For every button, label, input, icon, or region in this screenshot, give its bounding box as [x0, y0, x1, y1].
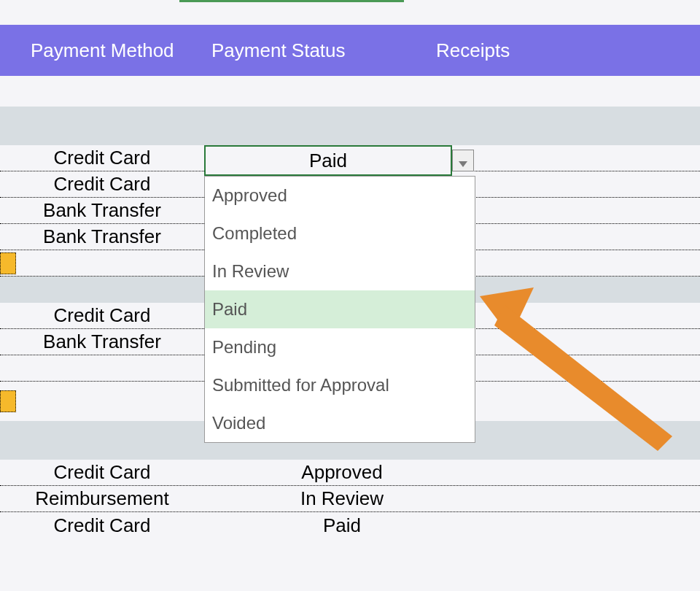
cell-method: Credit Card	[0, 304, 204, 327]
cell-method: Credit Card	[0, 147, 204, 169]
svg-marker-0	[459, 161, 467, 167]
chevron-down-icon	[459, 150, 467, 172]
dropdown-option[interactable]: Voided	[205, 404, 475, 442]
cell-method: Bank Transfer	[0, 199, 204, 222]
cell-status: Paid	[204, 514, 475, 537]
yellow-tag[interactable]	[0, 252, 16, 274]
cell-method: Credit Card	[0, 461, 204, 484]
yellow-tag[interactable]	[0, 390, 16, 412]
dropdown-option[interactable]: Submitted for Approval	[205, 366, 475, 404]
header-gap	[0, 76, 700, 107]
top-green-underline	[179, 0, 404, 2]
dropdown-selected-text: Paid	[309, 150, 347, 172]
header-payment-status: Payment Status	[204, 39, 408, 62]
cell-method: Credit Card	[0, 173, 204, 196]
cell-status: In Review	[204, 487, 475, 510]
dropdown-option[interactable]: Completed	[205, 215, 475, 252]
cell-method: Reimbursement	[0, 487, 204, 510]
table-header: Payment Method Payment Status Receipts	[0, 25, 700, 76]
top-padding	[0, 0, 700, 25]
table-row[interactable]: Credit Card Approved	[0, 460, 700, 486]
dropdown-toggle-button[interactable]	[452, 150, 474, 171]
table-row[interactable]: Credit Card Paid	[0, 512, 700, 538]
gray-band-1	[0, 107, 700, 145]
header-payment-method: Payment Method	[0, 39, 204, 62]
cell-method: Credit Card	[0, 514, 204, 537]
cell-method: Bank Transfer	[0, 331, 204, 353]
status-dropdown[interactable]: Paid Approved Completed In Review Paid P…	[204, 145, 475, 443]
dropdown-option[interactable]: In Review	[205, 252, 475, 290]
dropdown-option[interactable]: Paid	[205, 290, 475, 328]
cell-method: Bank Transfer	[0, 225, 204, 248]
dropdown-option[interactable]: Pending	[205, 328, 475, 366]
header-receipts: Receipts	[408, 39, 612, 62]
dropdown-option[interactable]: Approved	[205, 177, 475, 215]
table-row[interactable]: Reimbursement In Review	[0, 486, 700, 512]
cell-status: Approved	[204, 461, 475, 484]
dropdown-list: Approved Completed In Review Paid Pendin…	[204, 176, 475, 443]
dropdown-selected-value[interactable]: Paid	[204, 145, 452, 176]
